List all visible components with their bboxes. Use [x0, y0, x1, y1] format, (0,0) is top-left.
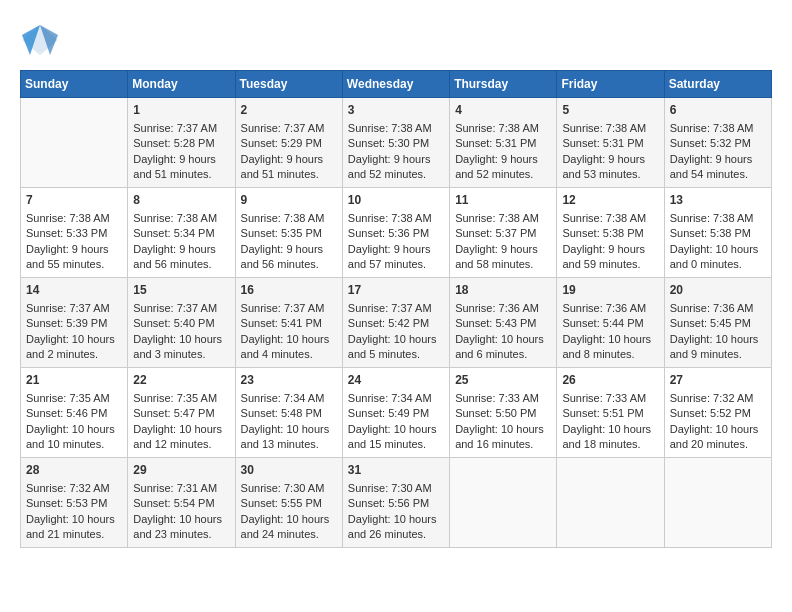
day-number: 25: [455, 372, 551, 389]
day-number: 12: [562, 192, 658, 209]
calendar-cell: 2Sunrise: 7:37 AMSunset: 5:29 PMDaylight…: [235, 98, 342, 188]
calendar-cell: 19Sunrise: 7:36 AMSunset: 5:44 PMDayligh…: [557, 278, 664, 368]
calendar-cell: 16Sunrise: 7:37 AMSunset: 5:41 PMDayligh…: [235, 278, 342, 368]
day-info-line: and 10 minutes.: [26, 437, 122, 452]
day-info-line: Daylight: 9 hours: [348, 152, 444, 167]
day-info-line: Sunset: 5:29 PM: [241, 136, 337, 151]
day-info-line: Sunset: 5:41 PM: [241, 316, 337, 331]
day-info-line: Sunrise: 7:38 AM: [562, 211, 658, 226]
calendar-cell: 15Sunrise: 7:37 AMSunset: 5:40 PMDayligh…: [128, 278, 235, 368]
day-info-line: Sunset: 5:44 PM: [562, 316, 658, 331]
calendar-cell: 18Sunrise: 7:36 AMSunset: 5:43 PMDayligh…: [450, 278, 557, 368]
day-info-line: Sunset: 5:47 PM: [133, 406, 229, 421]
day-info-line: Sunrise: 7:30 AM: [348, 481, 444, 496]
day-info-line: Sunset: 5:45 PM: [670, 316, 766, 331]
day-number: 4: [455, 102, 551, 119]
day-info-line: Sunset: 5:32 PM: [670, 136, 766, 151]
day-info-line: Sunrise: 7:38 AM: [455, 211, 551, 226]
day-info-line: Sunset: 5:31 PM: [455, 136, 551, 151]
calendar-cell: 28Sunrise: 7:32 AMSunset: 5:53 PMDayligh…: [21, 458, 128, 548]
calendar-cell: 3Sunrise: 7:38 AMSunset: 5:30 PMDaylight…: [342, 98, 449, 188]
day-info-line: Sunrise: 7:38 AM: [133, 211, 229, 226]
day-info-line: Daylight: 9 hours: [241, 242, 337, 257]
day-info-line: Sunrise: 7:38 AM: [670, 121, 766, 136]
calendar-cell: 13Sunrise: 7:38 AMSunset: 5:38 PMDayligh…: [664, 188, 771, 278]
page-header: [20, 20, 772, 60]
day-info-line: Sunrise: 7:37 AM: [133, 121, 229, 136]
day-info-line: Daylight: 10 hours: [241, 512, 337, 527]
day-number: 5: [562, 102, 658, 119]
day-number: 29: [133, 462, 229, 479]
day-number: 8: [133, 192, 229, 209]
day-info-line: Daylight: 10 hours: [348, 512, 444, 527]
calendar-cell: 22Sunrise: 7:35 AMSunset: 5:47 PMDayligh…: [128, 368, 235, 458]
calendar-week-3: 14Sunrise: 7:37 AMSunset: 5:39 PMDayligh…: [21, 278, 772, 368]
header-day-tuesday: Tuesday: [235, 71, 342, 98]
day-info-line: and 23 minutes.: [133, 527, 229, 542]
calendar-cell: 30Sunrise: 7:30 AMSunset: 5:55 PMDayligh…: [235, 458, 342, 548]
day-info-line: Daylight: 10 hours: [670, 332, 766, 347]
day-info-line: Daylight: 9 hours: [133, 242, 229, 257]
day-info-line: Daylight: 9 hours: [133, 152, 229, 167]
day-info-line: and 56 minutes.: [133, 257, 229, 272]
day-info-line: Sunrise: 7:38 AM: [670, 211, 766, 226]
day-info-line: Sunset: 5:56 PM: [348, 496, 444, 511]
day-info-line: Daylight: 10 hours: [455, 422, 551, 437]
calendar-cell: 4Sunrise: 7:38 AMSunset: 5:31 PMDaylight…: [450, 98, 557, 188]
calendar-cell: 25Sunrise: 7:33 AMSunset: 5:50 PMDayligh…: [450, 368, 557, 458]
day-number: 2: [241, 102, 337, 119]
calendar-body: 1Sunrise: 7:37 AMSunset: 5:28 PMDaylight…: [21, 98, 772, 548]
header-day-thursday: Thursday: [450, 71, 557, 98]
day-info-line: Sunset: 5:43 PM: [455, 316, 551, 331]
calendar-cell: [21, 98, 128, 188]
day-info-line: and 24 minutes.: [241, 527, 337, 542]
calendar-cell: 31Sunrise: 7:30 AMSunset: 5:56 PMDayligh…: [342, 458, 449, 548]
day-info-line: and 52 minutes.: [455, 167, 551, 182]
day-info-line: Sunset: 5:30 PM: [348, 136, 444, 151]
day-number: 7: [26, 192, 122, 209]
day-number: 18: [455, 282, 551, 299]
day-info-line: Sunrise: 7:38 AM: [26, 211, 122, 226]
day-info-line: Sunset: 5:37 PM: [455, 226, 551, 241]
day-info-line: Sunrise: 7:34 AM: [241, 391, 337, 406]
calendar-header: SundayMondayTuesdayWednesdayThursdayFrid…: [21, 71, 772, 98]
day-info-line: Daylight: 10 hours: [26, 332, 122, 347]
header-row: SundayMondayTuesdayWednesdayThursdayFrid…: [21, 71, 772, 98]
day-info-line: Sunrise: 7:37 AM: [241, 121, 337, 136]
header-day-monday: Monday: [128, 71, 235, 98]
logo-icon: [20, 20, 60, 60]
day-number: 6: [670, 102, 766, 119]
calendar-cell: 21Sunrise: 7:35 AMSunset: 5:46 PMDayligh…: [21, 368, 128, 458]
day-info-line: and 18 minutes.: [562, 437, 658, 452]
calendar-week-2: 7Sunrise: 7:38 AMSunset: 5:33 PMDaylight…: [21, 188, 772, 278]
day-info-line: Sunset: 5:51 PM: [562, 406, 658, 421]
day-info-line: Sunset: 5:48 PM: [241, 406, 337, 421]
day-info-line: Sunrise: 7:34 AM: [348, 391, 444, 406]
day-info-line: Sunset: 5:36 PM: [348, 226, 444, 241]
day-number: 15: [133, 282, 229, 299]
day-info-line: Sunrise: 7:31 AM: [133, 481, 229, 496]
day-info-line: and 57 minutes.: [348, 257, 444, 272]
day-info-line: and 58 minutes.: [455, 257, 551, 272]
calendar-cell: 14Sunrise: 7:37 AMSunset: 5:39 PMDayligh…: [21, 278, 128, 368]
day-number: 28: [26, 462, 122, 479]
day-number: 11: [455, 192, 551, 209]
day-info-line: Sunrise: 7:32 AM: [670, 391, 766, 406]
day-info-line: Sunset: 5:42 PM: [348, 316, 444, 331]
calendar-cell: 24Sunrise: 7:34 AMSunset: 5:49 PMDayligh…: [342, 368, 449, 458]
calendar-cell: 29Sunrise: 7:31 AMSunset: 5:54 PMDayligh…: [128, 458, 235, 548]
day-info-line: and 16 minutes.: [455, 437, 551, 452]
day-info-line: Sunset: 5:49 PM: [348, 406, 444, 421]
header-day-saturday: Saturday: [664, 71, 771, 98]
day-info-line: and 52 minutes.: [348, 167, 444, 182]
day-info-line: Sunset: 5:38 PM: [562, 226, 658, 241]
day-number: 22: [133, 372, 229, 389]
day-info-line: and 53 minutes.: [562, 167, 658, 182]
day-info-line: Sunrise: 7:36 AM: [670, 301, 766, 316]
day-info-line: Daylight: 9 hours: [241, 152, 337, 167]
day-info-line: and 12 minutes.: [133, 437, 229, 452]
day-info-line: and 5 minutes.: [348, 347, 444, 362]
calendar-cell: 9Sunrise: 7:38 AMSunset: 5:35 PMDaylight…: [235, 188, 342, 278]
day-number: 1: [133, 102, 229, 119]
day-number: 27: [670, 372, 766, 389]
